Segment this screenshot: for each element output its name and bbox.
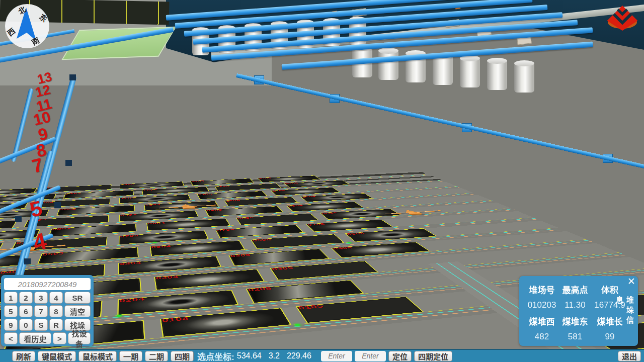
silo [487, 61, 507, 90]
phase1-button[interactable]: 一期 [119, 351, 142, 361]
history-next-button[interactable]: > [53, 332, 66, 344]
pipe-joint [69, 74, 76, 80]
silo [433, 56, 453, 85]
key-r[interactable]: R [49, 319, 63, 331]
info-header: 煤堆东 [559, 315, 591, 327]
company-logo-icon [606, 4, 639, 34]
clear-button[interactable]: 清空 [64, 305, 91, 317]
info-header: 堆场号 [525, 283, 558, 296]
mouse-mode-button[interactable]: 鼠标模式 [78, 351, 117, 361]
silo [514, 63, 534, 93]
phase4-button[interactable]: 四期 [171, 351, 194, 361]
pipe-joint [24, 258, 31, 264]
key-0[interactable]: 0 [19, 319, 33, 331]
key-8[interactable]: 8 [49, 305, 63, 317]
info-value: 99 [592, 332, 628, 342]
info-header: 体积 [592, 283, 628, 296]
silo [460, 58, 480, 87]
key-6[interactable]: 6 [19, 305, 33, 317]
key-9[interactable]: 9 [4, 319, 18, 331]
info-header: 煤堆西 [525, 315, 558, 327]
locate-button[interactable]: 定位 [388, 351, 412, 361]
history-time-input[interactable] [4, 278, 91, 290]
info-value: 010203 [525, 300, 558, 310]
conveyor-right-edge [236, 73, 644, 175]
compass[interactable]: 北 东 西 南 [4, 3, 50, 51]
coord-value: 3.2 [269, 351, 280, 360]
coord-value: 534.64 [237, 351, 262, 360]
key-2[interactable]: 2 [19, 292, 33, 304]
coord-value: 229.46 [287, 351, 311, 360]
coal-yard-3d-app: 1301130213031304130513061201120212031204… [0, 0, 644, 362]
keymouse-mode-button[interactable]: 键鼠模式 [38, 351, 76, 361]
key-7[interactable]: 7 [34, 305, 48, 317]
close-icon[interactable]: ✕ [627, 277, 635, 287]
pile-info-vertical-title: 堆垛信息 [614, 296, 635, 331]
sr-button[interactable]: SR [64, 292, 91, 304]
selected-point-coords-label: 选点坐标: [197, 350, 234, 362]
bottom-toolbar: 刷新键鼠模式鼠标模式一期二期四期 选点坐标: 534.643.2229.46 定… [0, 349, 644, 362]
pipe-joint [15, 216, 22, 222]
key-3[interactable]: 3 [34, 292, 48, 304]
key-4[interactable]: 4 [49, 292, 63, 304]
info-value: 482 [525, 332, 558, 342]
phase2-button[interactable]: 二期 [145, 351, 168, 361]
pile-info-panel: ✕ 堆场号最高点体积01020311.3016774.9煤堆西煤堆东煤堆长482… [519, 276, 638, 346]
find-device-button[interactable]: 找设备 [68, 332, 91, 344]
phase4-locate-button[interactable]: 四期定位 [414, 351, 452, 361]
info-value: 581 [559, 332, 591, 342]
info-value: 11.30 [559, 300, 591, 310]
refresh-button[interactable]: 刷新 [12, 351, 35, 361]
pipe-joint [65, 160, 72, 166]
silo [378, 51, 398, 80]
key-1[interactable]: 1 [4, 292, 18, 304]
key-s[interactable]: S [34, 319, 48, 331]
view-history-button[interactable]: 看历史 [19, 332, 51, 344]
coord-input-2[interactable] [355, 351, 386, 361]
pipe-joint [54, 202, 61, 208]
compass-icon: 北 东 西 南 [4, 3, 50, 49]
exit-button[interactable]: 退出 [618, 351, 641, 361]
info-header: 最高点 [559, 283, 591, 296]
keypad-panel: 1234SR5678清空90SR找垛<看历史>找设备 [1, 275, 94, 346]
key-5[interactable]: 5 [4, 305, 18, 317]
history-prev-button[interactable]: < [4, 332, 18, 344]
coord-input-1[interactable] [321, 351, 352, 361]
